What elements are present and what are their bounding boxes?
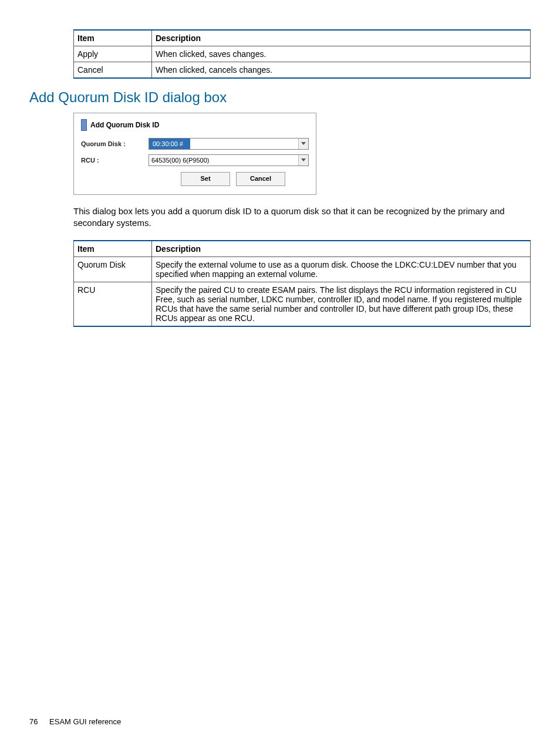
dialog-button-row: Set Cancel [81, 172, 309, 186]
table-row: Apply When clicked, saves changes. [74, 46, 531, 62]
cancel-button[interactable]: Cancel [236, 172, 285, 186]
chevron-down-icon[interactable] [298, 139, 308, 149]
page-footer: 76 ESAM GUI reference [29, 717, 121, 726]
quorum-disk-select[interactable]: 00:30:00 # [149, 138, 309, 150]
cell-item: Cancel [74, 62, 152, 79]
cell-item: Apply [74, 46, 152, 62]
set-button[interactable]: Set [181, 172, 230, 186]
add-quorum-dialog: Add Quorum Disk ID Quorum Disk : 00:30:0… [73, 113, 316, 195]
table-field-descriptions: Item Description Quorum Disk Specify the… [73, 240, 531, 327]
dialog-title: Add Quorum Disk ID [90, 121, 159, 129]
dialog-title-row: Add Quorum Disk ID [81, 119, 309, 131]
table-row: Quorum Disk Specify the external volume … [74, 256, 531, 282]
table-header-row: Item Description [74, 30, 531, 46]
rcu-select[interactable]: 64535(00) 6(P9500) [149, 154, 309, 166]
section-heading: Add Quorum Disk ID dialog box [29, 89, 531, 106]
table-apply-cancel: Item Description Apply When clicked, sav… [73, 29, 531, 79]
table-row: Cancel When clicked, cancels changes. [74, 62, 531, 79]
footer-section: ESAM GUI reference [49, 717, 121, 726]
table-row: RCU Specify the paired CU to create ESAM… [74, 282, 531, 326]
quorum-disk-value[interactable]: 00:30:00 # [149, 138, 309, 150]
cell-desc: When clicked, saves changes. [152, 46, 531, 62]
rcu-value[interactable]: 64535(00) 6(P9500) [149, 154, 309, 166]
intro-paragraph: This dialog box lets you add a quorum di… [73, 205, 531, 229]
dialog-title-icon [81, 119, 87, 131]
table-header-row: Item Description [74, 241, 531, 257]
page-number: 76 [29, 717, 38, 726]
cell-desc: When clicked, cancels changes. [152, 62, 531, 79]
quorum-disk-label: Quorum Disk : [81, 140, 149, 147]
cell-desc: Specify the paired CU to create ESAM pai… [152, 282, 531, 326]
col-desc: Description [152, 241, 531, 257]
rcu-label: RCU : [81, 157, 149, 164]
col-item: Item [74, 30, 152, 46]
dialog-row-rcu: RCU : 64535(00) 6(P9500) [81, 154, 309, 166]
cell-desc: Specify the external volume to use as a … [152, 256, 531, 282]
col-item: Item [74, 241, 152, 257]
col-desc: Description [152, 30, 531, 46]
chevron-down-icon[interactable] [298, 155, 308, 166]
dialog-row-quorum: Quorum Disk : 00:30:00 # [81, 138, 309, 150]
cell-item: RCU [74, 282, 152, 326]
cell-item: Quorum Disk [74, 256, 152, 282]
